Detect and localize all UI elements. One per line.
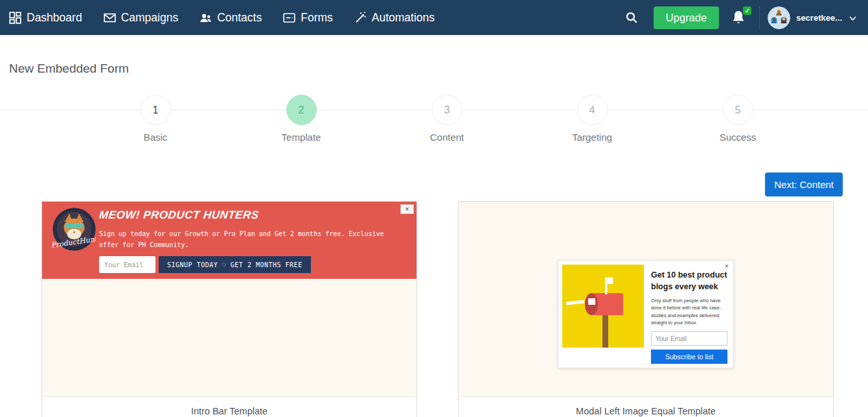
wizard-stepper: 1 Basic 2 Template 3 Content 4 Targeting… [0,95,868,144]
nav-item-campaigns[interactable]: Campaigns [104,11,179,25]
modal-title: Get 10 best product blogs every week [651,270,727,292]
modal-preview: × Get 10 best product bl [459,202,833,397]
magic-wand-icon [354,12,367,24]
step-circle[interactable]: 2 [286,95,317,125]
actions-row: Next: Content [0,173,868,197]
template-name: Intro Bar Template [42,397,417,416]
intro-bar-body: Sign up today for our Growth or Pro Plan… [99,229,394,250]
step-circle[interactable]: 4 [577,95,608,125]
page-title: New Embedded Form [9,62,868,76]
nav-divider [759,6,760,29]
subscribe-modal: × Get 10 best product bl [558,260,734,368]
nav-label: Automations [372,11,435,25]
signup-button[interactable]: SIGNUP TODAY ♡ GET 2 MONTHS FREE [159,256,311,273]
nav-actions: Upgrade ✓ [616,6,859,29]
email-field[interactable] [99,256,155,273]
template-name: Modal Left Image Equal Template [459,397,833,416]
search-icon[interactable] [616,7,647,28]
nav-item-contacts[interactable]: Contacts [200,11,262,25]
chevron-down-icon[interactable] [849,12,856,23]
mailbox-illustration [562,265,644,348]
step-circle[interactable]: 3 [432,95,463,125]
notifications-bell-icon[interactable]: ✓ [725,6,755,29]
nav-item-forms[interactable]: Forms [283,11,333,25]
step-label: Success [689,132,786,143]
subscribe-button[interactable]: Subscribe to list [651,350,727,364]
intro-bar-preview: × ProductHunt MEOW! PRODU [42,202,417,397]
product-hunt-cat-badge: ProductHunt [52,208,96,251]
user-menu[interactable]: secretkee... [768,6,859,29]
step-success[interactable]: 5 Success [689,95,786,143]
template-gallery: × ProductHunt MEOW! PRODU [41,201,868,417]
intro-bar-content: MEOW! PRODUCT HUNTERS Sign up today for … [99,202,394,279]
close-icon[interactable]: × [400,204,414,214]
nav-label: Dashboard [27,11,82,25]
modal-body: Get 10 best product blogs every week Onl… [651,265,727,364]
nav-item-dashboard[interactable]: Dashboard [9,11,82,25]
template-card-modal-left-image[interactable]: × Get 10 best product bl [458,201,834,417]
intro-bar: × ProductHunt MEOW! PRODU [42,202,417,279]
envelope-icon [104,12,116,24]
nav-label: Contacts [217,11,262,25]
step-label: Targeting [543,132,641,143]
email-field[interactable] [651,331,727,346]
people-icon [200,12,212,24]
step-basic[interactable]: 1 Basic [107,95,204,143]
step-template[interactable]: 2 Template [253,95,350,143]
form-card-icon [283,12,295,24]
step-circle[interactable]: 1 [141,95,171,125]
top-navbar: Dashboard Campaigns Contacts [0,0,868,35]
username: secretkee... [796,13,842,23]
nav-label: Forms [301,11,333,25]
step-content[interactable]: 3 Content [398,95,496,143]
template-card-intro-bar[interactable]: × ProductHunt MEOW! PRODU [41,201,417,417]
avatar [768,6,790,29]
nav-label: Campaigns [121,11,179,25]
nav-item-automations[interactable]: Automations [354,11,435,25]
upgrade-button[interactable]: Upgrade [654,6,719,29]
intro-bar-title: MEOW! PRODUCT HUNTERS [98,209,394,222]
step-targeting[interactable]: 4 Targeting [543,95,641,143]
modal-text: Only stuff from people who have done it … [651,297,727,326]
intro-bar-form: SIGNUP TODAY ♡ GET 2 MONTHS FREE [99,256,394,273]
step-label: Template [253,132,350,143]
dashboard-grid-icon [9,12,21,24]
nav-links: Dashboard Campaigns Contacts [9,11,435,25]
notification-badge: ✓ [743,6,751,15]
step-circle[interactable]: 5 [723,95,753,125]
next-content-button[interactable]: Next: Content [765,173,843,197]
close-icon[interactable]: × [725,263,729,270]
step-label: Content [398,132,496,143]
step-label: Basic [107,132,204,143]
